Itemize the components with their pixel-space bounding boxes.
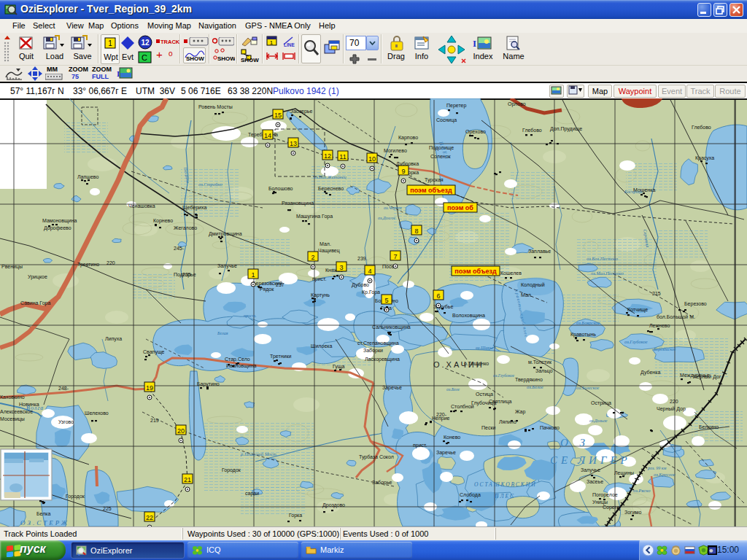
svg-text:13: 13 [290, 140, 297, 147]
svg-text:Жар: Жар [515, 409, 525, 415]
svg-text:Ивановщина: Ивановщина [226, 363, 257, 369]
svg-text:219: 219 [150, 418, 159, 423]
svg-text:Шелехово: Шелехово [85, 411, 109, 416]
svg-text:Лежнево: Лежнево [649, 323, 670, 328]
svg-text:ва.Шакье: ва.Шакье [476, 346, 494, 350]
svg-text:Заборье: Заборье [372, 480, 392, 486]
svg-text:Барутино: Барутино [197, 381, 220, 387]
svg-text:20: 20 [177, 427, 185, 435]
svg-text:15: 15 [274, 112, 282, 119]
svg-text:21: 21 [184, 476, 191, 483]
svg-text:Шилоека: Шилоека [311, 343, 332, 349]
svg-text:Гуща: Гуща [333, 364, 345, 370]
svg-text:o: o [169, 50, 173, 58]
svg-text:Глебово: Глебово [692, 125, 711, 130]
svg-text:Кравотынь: Кравотынь [570, 332, 596, 338]
svg-text:Неприе: Неприе [432, 416, 450, 421]
svg-text:Орехово: Орехово [465, 129, 486, 135]
svg-text:7: 7 [393, 253, 397, 260]
svg-text:прист.: прист. [312, 276, 327, 282]
svg-text:Ровень Мосты: Ровень Мосты [198, 104, 233, 109]
svg-text:Турбаза Сокол: Турбаза Сокол [359, 454, 394, 460]
svg-text:ОЗ.СТЕРЖ: ОЗ.СТЕРЖ [20, 519, 69, 526]
svg-text:прист.: прист. [244, 314, 257, 318]
svg-text:1: 1 [270, 39, 274, 46]
svg-text:Заборки: Заборки [363, 348, 383, 354]
svg-text:Дорофеево: Дорофеево [44, 225, 71, 231]
svg-text:Жегалово: Жегалово [174, 225, 197, 230]
svg-text:оз.Залеское: оз.Залеское [576, 385, 600, 390]
svg-text:Зальцо: Зальцо [535, 368, 553, 374]
svg-text:Кр.Гора: Кр.Гора [362, 289, 380, 295]
svg-text:оз.Беле: оз.Беле [446, 387, 460, 392]
svg-text:220: 220 [670, 399, 678, 404]
svg-text:Белка: Белка [36, 511, 51, 516]
svg-text:11: 11 [339, 153, 346, 160]
svg-text:Черный Дор: Черный Дор [657, 406, 686, 412]
svg-text:оз.Рясно: оз.Рясно [633, 488, 651, 493]
svg-text:5: 5 [384, 297, 388, 304]
svg-text:Столбной: Столбной [451, 404, 474, 409]
svg-text:оз.Бол.Пестово: оз.Бол.Пестово [587, 256, 619, 261]
svg-text:Белкино: Белкино [699, 424, 719, 429]
svg-text:Красуха: Красуха [695, 155, 714, 161]
svg-text:Могилево: Могилево [384, 148, 407, 153]
svg-text:245-: 245- [174, 246, 185, 251]
svg-text:1: 1 [251, 271, 255, 279]
svg-text:12: 12 [324, 152, 331, 160]
svg-text:Погорелое: Погорелое [592, 492, 618, 498]
svg-text:Стар.Село: Стар.Село [225, 357, 250, 362]
svg-text:поэм объезд: поэм объезд [410, 187, 452, 194]
svg-text:Заречье: Заречье [382, 385, 402, 391]
svg-text:Доп.Прудище: Доп.Прудище [550, 126, 582, 132]
svg-text:Острица: Острица [591, 400, 611, 406]
svg-text:Пески: Пески [481, 425, 495, 430]
svg-text:2: 2 [311, 254, 314, 261]
svg-text:м.Толстик: м.Толстик [528, 359, 552, 365]
svg-text:роз. 99 км: роз. 99 км [647, 466, 667, 470]
svg-text:9: 9 [401, 168, 405, 175]
svg-text:22: 22 [146, 514, 153, 521]
svg-text:оз.Белое: оз.Белое [527, 384, 543, 389]
svg-text:Ченашовка: Ченашовка [128, 203, 155, 209]
svg-text:Рядок: Рядок [260, 287, 274, 292]
svg-text:Корнево: Корнево [153, 218, 173, 224]
svg-text:Сорега: Сорега [603, 505, 619, 510]
svg-text:14: 14 [264, 132, 271, 139]
svg-text:Карпово: Карпово [398, 135, 418, 141]
svg-text:Глебово: Глебово [522, 128, 542, 133]
svg-text:Орлово: Орлово [508, 101, 526, 107]
svg-text:Болошово: Болошово [268, 186, 293, 191]
svg-text:Слобода: Слобода [460, 492, 481, 498]
svg-text:SHOW: SHOW [217, 55, 235, 62]
svg-text:оз.Глубокое: оз.Глубокое [624, 339, 648, 344]
svg-text:Конево: Конево [444, 435, 460, 440]
svg-text:р.Плавучий Мост: р.Плавучий Мост [240, 451, 276, 456]
svg-text:ст.Степановщина: ст.Степановщина [357, 341, 399, 346]
svg-text:Щебериха: Щебериха [182, 205, 206, 211]
svg-text:Косприца: Косприца [624, 190, 643, 194]
svg-text:Сальниковщина: Сальниковщина [372, 324, 411, 330]
svg-text:Белая: Белая [217, 331, 228, 335]
svg-text:Городок: Городок [222, 467, 241, 473]
svg-text:Рвеницы: Рвеницы [1, 264, 23, 270]
svg-text:оз.Креслое: оз.Креслое [654, 472, 676, 477]
svg-text:поэм объезд: поэм объезд [454, 268, 497, 275]
svg-text:Кошелев: Кошелев [500, 271, 522, 276]
svg-text:Залучье: Залучье [217, 263, 237, 269]
svg-text:220: 220 [107, 260, 115, 265]
svg-text:Мал.: Мал. [521, 292, 533, 298]
svg-text:Пачково: Пачково [540, 425, 560, 430]
svg-text:Рязановщина: Рязановщина [282, 201, 314, 206]
svg-text:О.ХАЧИН: О.ХАЧИН [433, 360, 484, 369]
svg-text:215: 215 [652, 291, 661, 296]
svg-text:SHOW: SHOW [186, 55, 204, 62]
svg-text:Котчище: Котчище [627, 307, 648, 313]
svg-text:Черный Дог: Черный Дог [693, 374, 721, 380]
svg-text:оз.Глубокое: оз.Глубокое [493, 373, 515, 378]
svg-text:6: 6 [436, 292, 440, 300]
svg-text:Мамоновщина: Мамоновщина [42, 218, 77, 224]
svg-text:Третники: Третники [270, 354, 291, 359]
svg-text:4: 4 [368, 268, 371, 275]
svg-text:19: 19 [146, 384, 153, 392]
